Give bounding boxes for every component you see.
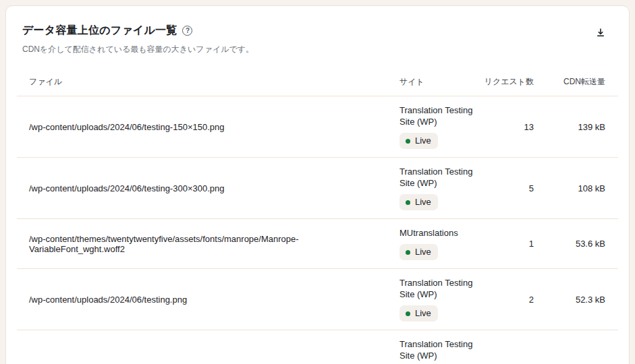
status-badge: Live <box>399 133 438 149</box>
file-path <box>17 342 391 358</box>
download-icon <box>595 27 606 40</box>
live-dot-icon <box>406 311 410 316</box>
page-title: データ容量上位のファイル一覧 <box>22 24 177 38</box>
status-badge: Live <box>399 194 438 210</box>
table-row: /wp-content/uploads/2024/06/testing-150×… <box>17 96 618 158</box>
table-header-row: ファイル サイト リクエスト数 CDN転送量 <box>17 68 618 96</box>
file-path: /wp-content/uploads/2024/06/testing-300×… <box>17 175 391 202</box>
card-header: データ容量上位のファイル一覧 ? CDNを介して配信されている最も容量の大きいフ… <box>17 24 618 55</box>
table-row: Translation Testing Site (WP) <box>17 330 618 364</box>
cdn-transfer <box>539 342 618 358</box>
top-files-table: ファイル サイト リクエスト数 CDN転送量 /wp-content/uploa… <box>17 68 618 364</box>
site-name: Translation Testing Site (WP) <box>399 104 475 127</box>
request-count: 2 <box>475 286 539 313</box>
header-transfer: CDN転送量 <box>539 68 618 96</box>
table-row: /wp-content/uploads/2024/06/testing.png … <box>17 269 618 330</box>
site-name: Translation Testing Site (WP) <box>399 277 475 300</box>
cdn-transfer: 52.3 kB <box>539 286 618 313</box>
cdn-transfer: 108 kB <box>539 175 618 202</box>
request-count: 1 <box>475 231 539 257</box>
file-path: /wp-content/uploads/2024/06/testing-150×… <box>17 114 391 140</box>
site-cell: MUtranslations Live <box>391 219 475 268</box>
status-label: Live <box>415 135 431 146</box>
download-button[interactable] <box>592 25 609 41</box>
request-count <box>475 342 539 358</box>
site-name: Translation Testing Site (WP) <box>399 338 475 361</box>
live-dot-icon <box>406 139 410 144</box>
header-file: ファイル <box>17 68 391 96</box>
header-requests: リクエスト数 <box>475 68 539 96</box>
request-count: 13 <box>475 114 539 140</box>
site-cell: Translation Testing Site (WP) Live <box>391 96 475 157</box>
help-icon[interactable]: ? <box>182 26 192 36</box>
header-site: サイト <box>391 68 475 96</box>
table-row: /wp-content/themes/twentytwentyfive/asse… <box>17 219 618 269</box>
status-label: Live <box>415 197 431 208</box>
top-files-card: データ容量上位のファイル一覧 ? CDNを介して配信されている最も容量の大きいフ… <box>5 5 630 364</box>
status-badge: Live <box>399 244 438 260</box>
table-row: /wp-content/uploads/2024/06/testing-300×… <box>17 158 618 219</box>
status-label: Live <box>415 308 431 319</box>
live-dot-icon <box>406 250 410 255</box>
status-badge: Live <box>399 305 438 322</box>
file-path: /wp-content/themes/twentytwentyfive/asse… <box>17 226 391 262</box>
request-count: 5 <box>475 175 539 202</box>
cdn-transfer: 139 kB <box>539 114 618 140</box>
site-cell: Translation Testing Site (WP) <box>391 330 475 364</box>
site-name: MUtranslations <box>399 227 475 239</box>
live-dot-icon <box>406 200 410 205</box>
site-name: Translation Testing Site (WP) <box>399 166 475 189</box>
table-body: /wp-content/uploads/2024/06/testing-150×… <box>17 96 618 364</box>
site-cell: Translation Testing Site (WP) Live <box>391 158 475 218</box>
status-label: Live <box>415 247 431 257</box>
file-path: /wp-content/uploads/2024/06/testing.png <box>17 286 391 313</box>
site-cell: Translation Testing Site (WP) Live <box>391 269 475 330</box>
cdn-transfer: 53.6 kB <box>539 231 618 257</box>
card-subtitle: CDNを介して配信されている最も容量の大きいファイルです。 <box>22 44 613 55</box>
